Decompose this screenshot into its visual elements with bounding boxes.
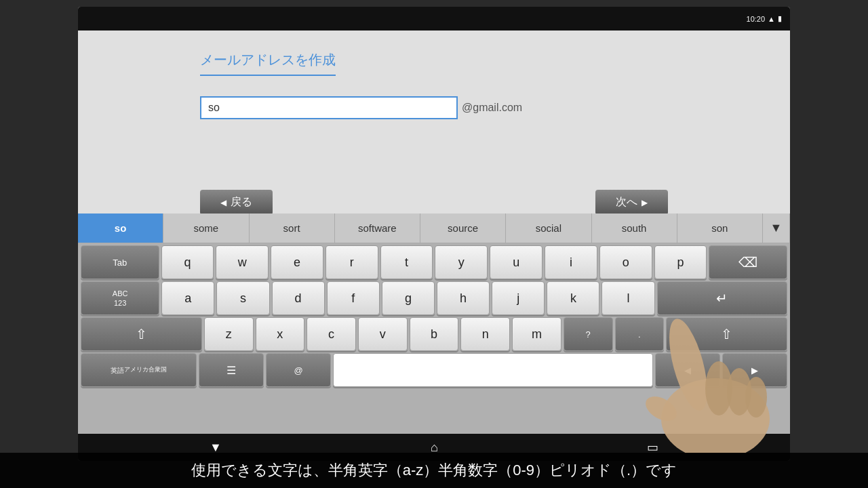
suggestion-more[interactable]: ▼ bbox=[763, 214, 790, 243]
key-row-4: 英語アメリカ合衆国 ☰ @ ◀ ▶ bbox=[81, 353, 787, 387]
suggestion-source[interactable]: source bbox=[420, 214, 506, 243]
suggestion-son[interactable]: son bbox=[677, 214, 763, 243]
key-i[interactable]: i bbox=[545, 245, 597, 279]
status-bar-right: 10:20 ▲ ▮ bbox=[747, 14, 782, 23]
battery-icon: ▮ bbox=[778, 14, 782, 23]
form-title: メールアドレスを作成 bbox=[200, 51, 336, 76]
key-enter[interactable] bbox=[657, 281, 787, 315]
back-button[interactable]: 戻る bbox=[200, 190, 273, 215]
key-m[interactable]: m bbox=[512, 317, 561, 351]
key-shift-left[interactable] bbox=[81, 317, 202, 351]
key-t[interactable]: t bbox=[380, 245, 433, 279]
suggestion-south[interactable]: south bbox=[592, 214, 677, 243]
key-z[interactable]: z bbox=[204, 317, 254, 351]
suggestion-social[interactable]: social bbox=[506, 214, 591, 243]
wifi-icon: ▲ bbox=[768, 15, 775, 23]
key-v[interactable]: v bbox=[358, 317, 408, 351]
key-a[interactable]: a bbox=[161, 281, 214, 315]
key-h[interactable]: h bbox=[437, 281, 490, 315]
key-shift-right[interactable] bbox=[666, 317, 787, 351]
key-abc-123[interactable]: ABC123 bbox=[81, 281, 159, 315]
key-e[interactable]: e bbox=[271, 245, 323, 279]
key-question[interactable]: ? bbox=[564, 317, 613, 351]
key-r[interactable]: r bbox=[326, 245, 378, 279]
key-emoji[interactable]: ☰ bbox=[199, 353, 264, 387]
key-l[interactable]: l bbox=[601, 281, 654, 315]
key-o[interactable]: o bbox=[599, 245, 652, 279]
key-n[interactable]: n bbox=[460, 317, 510, 351]
key-u[interactable]: u bbox=[490, 245, 542, 279]
key-row-1: Tab q w e r t y u i o p bbox=[81, 245, 787, 279]
email-input[interactable] bbox=[200, 96, 458, 119]
key-y[interactable]: y bbox=[435, 245, 488, 279]
key-row-2: ABC123 a s d f g h j k l bbox=[81, 281, 787, 315]
subtitle-bar: 使用できる文字は、半角英字（a-z）半角数字（0-9）ピリオド（.）です bbox=[0, 453, 868, 488]
email-row: @gmail.com bbox=[200, 96, 668, 119]
time-display: 10:20 bbox=[747, 15, 766, 23]
key-b[interactable]: b bbox=[410, 317, 459, 351]
key-d[interactable]: d bbox=[272, 281, 325, 315]
key-backspace[interactable] bbox=[709, 245, 787, 279]
key-arrow-right[interactable]: ▶ bbox=[722, 353, 787, 387]
tablet-bezel: 10:20 ▲ ▮ SONY Googleアカウントの設定方法 メールアドレスを… bbox=[0, 0, 868, 488]
keyboard: Tab q w e r t y u i o p ABC123 a s d f g bbox=[78, 243, 790, 461]
screen: 10:20 ▲ ▮ SONY Googleアカウントの設定方法 メールアドレスを… bbox=[78, 7, 790, 461]
subtitle-text: 使用できる文字は、半角英字（a-z）半角数字（0-9）ピリオド（.）です bbox=[191, 460, 677, 481]
key-period[interactable]: . bbox=[615, 317, 665, 351]
suggestion-so[interactable]: so bbox=[78, 214, 163, 243]
email-suffix: @gmail.com bbox=[458, 102, 522, 114]
suggestion-some[interactable]: some bbox=[163, 214, 249, 243]
key-tab[interactable]: Tab bbox=[81, 245, 159, 279]
suggestion-sort[interactable]: sort bbox=[250, 214, 335, 243]
key-c[interactable]: c bbox=[307, 317, 356, 351]
key-f[interactable]: f bbox=[327, 281, 380, 315]
key-space[interactable] bbox=[333, 353, 653, 387]
key-j[interactable]: j bbox=[492, 281, 545, 315]
key-x[interactable]: x bbox=[256, 317, 305, 351]
next-button[interactable]: 次へ bbox=[595, 190, 668, 215]
key-w[interactable]: w bbox=[216, 245, 269, 279]
key-at[interactable]: @ bbox=[266, 353, 331, 387]
key-language[interactable]: 英語アメリカ合衆国 bbox=[81, 353, 197, 387]
suggestion-bar: so some sort software source social sout… bbox=[78, 214, 790, 243]
key-q[interactable]: q bbox=[161, 245, 214, 279]
key-s[interactable]: s bbox=[216, 281, 269, 315]
key-k[interactable]: k bbox=[547, 281, 599, 315]
key-g[interactable]: g bbox=[382, 281, 435, 315]
key-p[interactable]: p bbox=[654, 245, 707, 279]
suggestion-software[interactable]: software bbox=[335, 214, 420, 243]
key-arrow-left[interactable]: ◀ bbox=[655, 353, 720, 387]
key-row-3: z x c v b n m ? . bbox=[81, 317, 787, 351]
status-bar: 10:20 ▲ ▮ bbox=[78, 7, 790, 30]
